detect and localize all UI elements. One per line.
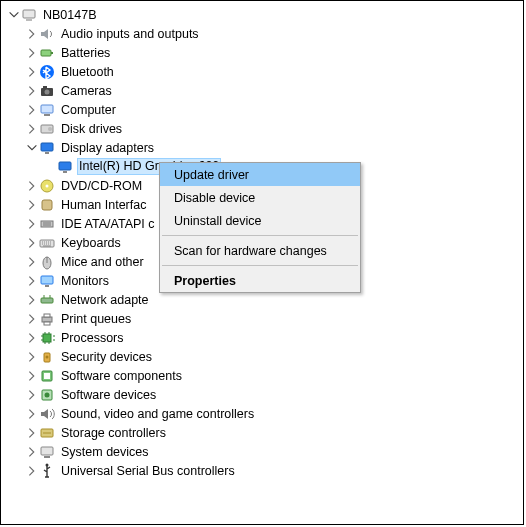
category-security[interactable]: Security devices xyxy=(7,347,523,366)
menu-item-properties[interactable]: Properties xyxy=(160,269,360,292)
expand-toggle[interactable] xyxy=(25,217,39,231)
expand-toggle[interactable] xyxy=(25,103,39,117)
root-label: NB0147B xyxy=(41,8,99,22)
category-label: Mice and other xyxy=(59,255,146,269)
hid-icon xyxy=(39,197,55,213)
expand-toggle[interactable] xyxy=(25,464,39,478)
computer-icon xyxy=(39,102,55,118)
category-label: Keyboards xyxy=(59,236,123,250)
category-label: Audio inputs and outputs xyxy=(59,27,201,41)
expand-toggle[interactable] xyxy=(25,312,39,326)
category-label: Monitors xyxy=(59,274,111,288)
tree-root[interactable]: NB0147B xyxy=(7,5,523,24)
category-computer[interactable]: Computer xyxy=(7,100,523,119)
menu-separator xyxy=(162,235,358,236)
expand-toggle[interactable] xyxy=(25,236,39,250)
expand-toggle[interactable] xyxy=(25,274,39,288)
category-label: Human Interfac xyxy=(59,198,148,212)
expand-toggle[interactable] xyxy=(25,65,39,79)
menu-item-disable-device[interactable]: Disable device xyxy=(160,186,360,209)
expand-toggle[interactable] xyxy=(25,179,39,193)
expand-toggle[interactable] xyxy=(25,84,39,98)
security-icon xyxy=(39,349,55,365)
battery-icon xyxy=(39,45,55,61)
sound-icon xyxy=(39,406,55,422)
category-label: Batteries xyxy=(59,46,112,60)
expand-toggle[interactable] xyxy=(25,388,39,402)
keyboard-icon xyxy=(39,235,55,251)
ide-icon xyxy=(39,216,55,232)
category-processors[interactable]: Processors xyxy=(7,328,523,347)
display-icon xyxy=(57,159,73,175)
expand-toggle[interactable] xyxy=(25,255,39,269)
storage-icon xyxy=(39,425,55,441)
category-label: Cameras xyxy=(59,84,114,98)
category-label: Security devices xyxy=(59,350,154,364)
expand-toggle[interactable] xyxy=(25,426,39,440)
expand-toggle[interactable] xyxy=(25,46,39,60)
expand-toggle[interactable] xyxy=(25,122,39,136)
swcomp-icon xyxy=(39,368,55,384)
mouse-icon xyxy=(39,254,55,270)
menu-item-uninstall-device[interactable]: Uninstall device xyxy=(160,209,360,232)
swdev-icon xyxy=(39,387,55,403)
category-label: Display adapters xyxy=(59,141,156,155)
network-icon xyxy=(39,292,55,308)
category-label: DVD/CD-ROM xyxy=(59,179,144,193)
category-label: Disk drives xyxy=(59,122,124,136)
category-label: Print queues xyxy=(59,312,133,326)
expand-toggle[interactable] xyxy=(25,198,39,212)
category-bluetooth[interactable]: Bluetooth xyxy=(7,62,523,81)
category-swdev[interactable]: Software devices xyxy=(7,385,523,404)
expand-toggle[interactable] xyxy=(25,369,39,383)
category-swcomp[interactable]: Software components xyxy=(7,366,523,385)
category-label: Bluetooth xyxy=(59,65,116,79)
category-cameras[interactable]: Cameras xyxy=(7,81,523,100)
system-icon xyxy=(39,444,55,460)
category-display[interactable]: Display adapters xyxy=(7,138,523,157)
device-manager-window: { "root": { "label": "NB0147B" }, "categ… xyxy=(0,0,524,525)
menu-separator xyxy=(162,265,358,266)
category-label: System devices xyxy=(59,445,151,459)
usb-icon xyxy=(39,463,55,479)
category-label: IDE ATA/ATAPI c xyxy=(59,217,157,231)
category-label: Software components xyxy=(59,369,184,383)
menu-item-update-driver[interactable]: Update driver xyxy=(160,163,360,186)
category-sound[interactable]: Sound, video and game controllers xyxy=(7,404,523,423)
context-menu: Update driverDisable deviceUninstall dev… xyxy=(159,162,361,293)
category-usb[interactable]: Universal Serial Bus controllers xyxy=(7,461,523,480)
expand-toggle[interactable] xyxy=(25,445,39,459)
speaker-icon xyxy=(39,26,55,42)
computer-root-icon xyxy=(21,7,37,23)
category-label: Universal Serial Bus controllers xyxy=(59,464,237,478)
camera-icon xyxy=(39,83,55,99)
cpu-icon xyxy=(39,330,55,346)
category-audio[interactable]: Audio inputs and outputs xyxy=(7,24,523,43)
expand-toggle[interactable] xyxy=(25,141,39,155)
expand-toggle[interactable] xyxy=(25,407,39,421)
category-storage[interactable]: Storage controllers xyxy=(7,423,523,442)
category-label: Sound, video and game controllers xyxy=(59,407,256,421)
category-label: Processors xyxy=(59,331,126,345)
expand-toggle[interactable] xyxy=(25,331,39,345)
category-print[interactable]: Print queues xyxy=(7,309,523,328)
menu-item-scan-for-hardware-changes[interactable]: Scan for hardware changes xyxy=(160,239,360,262)
category-system[interactable]: System devices xyxy=(7,442,523,461)
disk-icon xyxy=(39,121,55,137)
category-label: Network adapte xyxy=(59,293,151,307)
dvd-icon xyxy=(39,178,55,194)
display-icon xyxy=(39,140,55,156)
expand-toggle[interactable] xyxy=(25,27,39,41)
expand-toggle[interactable] xyxy=(7,8,21,22)
category-batteries[interactable]: Batteries xyxy=(7,43,523,62)
category-label: Software devices xyxy=(59,388,158,402)
monitor-icon xyxy=(39,273,55,289)
category-label: Computer xyxy=(59,103,118,117)
bluetooth-icon xyxy=(39,64,55,80)
category-label: Storage controllers xyxy=(59,426,168,440)
printer-icon xyxy=(39,311,55,327)
expand-toggle[interactable] xyxy=(25,293,39,307)
expand-toggle[interactable] xyxy=(25,350,39,364)
category-disk[interactable]: Disk drives xyxy=(7,119,523,138)
